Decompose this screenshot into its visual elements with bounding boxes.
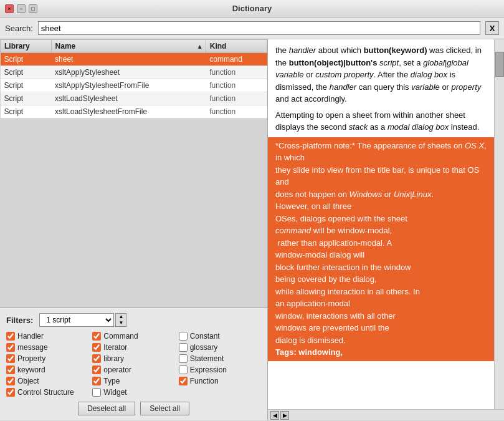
filter-checkbox-cb_keyword[interactable]: keyword xyxy=(6,365,88,374)
cb_iterator-checkbox[interactable] xyxy=(92,343,101,352)
table-container[interactable]: Library Name ▲ Kind ScriptsheetcommandSc… xyxy=(0,39,267,307)
right-bottom-bar: ◀ ▶ xyxy=(268,409,504,420)
title-bar-buttons: × − □ xyxy=(5,4,37,13)
table-row[interactable]: ScriptxsltLoadStylesheetfunction xyxy=(1,92,267,105)
description-highlighted: *Cross-platform note:* The appearance of… xyxy=(268,137,500,361)
table-header-row: Library Name ▲ Kind xyxy=(1,40,267,53)
stepper-down[interactable]: ▼ xyxy=(116,320,126,326)
cb_keyword-label: keyword xyxy=(17,365,45,374)
filter-checkbox-cb_handler[interactable]: Handler xyxy=(6,332,88,341)
filter-checkbox-cb_command[interactable]: Command xyxy=(92,332,174,341)
left-panel: Library Name ▲ Kind ScriptsheetcommandSc… xyxy=(0,39,268,420)
cb_object-checkbox[interactable] xyxy=(6,377,15,385)
minimize-button[interactable]: − xyxy=(17,4,26,13)
scroll-right[interactable]: ▶ xyxy=(280,411,289,420)
cb_handler-checkbox[interactable] xyxy=(6,332,15,341)
table-row[interactable]: ScriptxsltLoadStylesheetFromFilefunction xyxy=(1,105,267,119)
filter-checkbox-cb_message[interactable]: message xyxy=(6,343,88,352)
text-content[interactable]: the handler about which button(keyword) … xyxy=(268,39,504,409)
cell-name: xsltApplyStylesheet xyxy=(51,66,206,79)
results-table: Library Name ▲ Kind ScriptsheetcommandSc… xyxy=(0,39,267,119)
title-bar: × − □ Dictionary xyxy=(0,0,504,17)
scroll-left[interactable]: ◀ xyxy=(270,411,279,420)
cell-name: xsltApplyStylesheetFromFile xyxy=(51,79,206,92)
cell-name: xsltLoadStylesheet xyxy=(51,92,206,105)
scrollbar-thumb[interactable] xyxy=(495,52,504,77)
clear-button[interactable]: X xyxy=(485,21,499,35)
cell-library: Script xyxy=(1,79,52,92)
filters-section: Filters: 1 script ▲ ▼ HandlerCommandCons… xyxy=(0,307,267,420)
cell-kind: function xyxy=(206,66,267,79)
cb_control-checkbox[interactable] xyxy=(6,388,15,397)
cell-kind: function xyxy=(206,79,267,92)
filter-checkbox-cb_constant[interactable]: Constant xyxy=(179,332,261,341)
description-normal-1: the handler about which button(keyword) … xyxy=(275,44,493,105)
table-row[interactable]: ScriptxsltApplyStylesheetFromFilefunctio… xyxy=(1,79,267,92)
table-row[interactable]: Scriptsheetcommand xyxy=(1,53,267,66)
cb_message-checkbox[interactable] xyxy=(6,343,15,352)
cb_expression-label: Expression xyxy=(190,365,227,374)
close-button[interactable]: × xyxy=(5,4,14,13)
cb_library-checkbox[interactable] xyxy=(92,354,101,363)
cb_widget-checkbox[interactable] xyxy=(92,388,101,397)
checkbox-grid: HandlerCommandConstantmessageIteratorglo… xyxy=(6,332,261,397)
cell-library: Script xyxy=(1,53,52,66)
cb_keyword-checkbox[interactable] xyxy=(6,365,15,374)
search-label: Search: xyxy=(5,24,33,33)
cb_message-label: message xyxy=(17,343,48,352)
filter-checkbox-cb_widget[interactable]: Widget xyxy=(92,388,174,397)
filter-checkbox-cb_control[interactable]: Control Structure xyxy=(6,388,88,397)
filter-checkbox-cb_library[interactable]: library xyxy=(92,354,174,363)
filter-checkbox-cb_function[interactable]: Function xyxy=(179,377,261,385)
description-normal-2: Attempting to open a sheet from within a… xyxy=(275,109,493,133)
cell-library: Script xyxy=(1,92,52,105)
stepper-up[interactable]: ▲ xyxy=(116,314,126,320)
filter-checkbox-cb_property[interactable]: Property xyxy=(6,354,88,363)
cb_glossary-checkbox[interactable] xyxy=(179,343,188,352)
main-content: Library Name ▲ Kind ScriptsheetcommandSc… xyxy=(0,39,504,420)
cb_control-label: Control Structure xyxy=(17,388,74,397)
cb_command-checkbox[interactable] xyxy=(92,332,101,341)
col-library[interactable]: Library xyxy=(1,40,52,53)
cb_expression-checkbox[interactable] xyxy=(179,365,188,374)
cb_function-label: Function xyxy=(190,377,219,385)
filters-select[interactable]: 1 script xyxy=(39,313,114,327)
select-all-button[interactable]: Select all xyxy=(140,402,189,415)
cb_property-label: Property xyxy=(17,354,45,363)
cb_iterator-label: Iterator xyxy=(103,343,127,352)
cb_statement-checkbox[interactable] xyxy=(179,354,188,363)
right-panel: the handler about which button(keyword) … xyxy=(268,39,504,420)
sort-arrow: ▲ xyxy=(197,43,203,50)
col-name[interactable]: Name ▲ xyxy=(51,40,206,53)
filter-checkbox-cb_statement[interactable]: Statement xyxy=(179,354,261,363)
filter-checkbox-cb_operator[interactable]: operator xyxy=(92,365,174,374)
cb_statement-label: Statement xyxy=(190,354,224,363)
table-row[interactable]: ScriptxsltApplyStylesheetfunction xyxy=(1,66,267,79)
right-scrollbar[interactable] xyxy=(494,39,504,409)
cb_object-label: Object xyxy=(17,377,39,385)
cb_function-checkbox[interactable] xyxy=(179,377,188,385)
tags-line: Tags: windowing, xyxy=(275,347,343,357)
filter-checkbox-cb_expression[interactable]: Expression xyxy=(179,365,261,374)
filter-checkbox-cb_object[interactable]: Object xyxy=(6,377,88,385)
cb_property-checkbox[interactable] xyxy=(6,354,15,363)
cb_type-checkbox[interactable] xyxy=(92,377,101,385)
deselect-all-button[interactable]: Deselect all xyxy=(78,402,135,415)
cb_command-label: Command xyxy=(103,332,138,341)
cb_operator-checkbox[interactable] xyxy=(92,365,101,374)
col-kind[interactable]: Kind xyxy=(206,40,267,53)
search-input[interactable] xyxy=(38,21,480,35)
cell-kind: function xyxy=(206,92,267,105)
cb_constant-checkbox[interactable] xyxy=(179,332,188,341)
filters-dropdown: 1 script ▲ ▼ xyxy=(39,313,126,327)
filters-label: Filters: xyxy=(6,316,33,325)
cb_constant-label: Constant xyxy=(190,332,220,341)
cb_type-label: Type xyxy=(103,377,120,385)
filter-checkbox-cb_type[interactable]: Type xyxy=(92,377,174,385)
filter-checkbox-cb_glossary[interactable]: glossary xyxy=(179,343,261,352)
cb_library-label: library xyxy=(103,354,124,363)
cell-library: Script xyxy=(1,66,52,79)
cb_handler-label: Handler xyxy=(17,332,44,341)
maximize-button[interactable]: □ xyxy=(29,4,37,13)
filter-checkbox-cb_iterator[interactable]: Iterator xyxy=(92,343,174,352)
